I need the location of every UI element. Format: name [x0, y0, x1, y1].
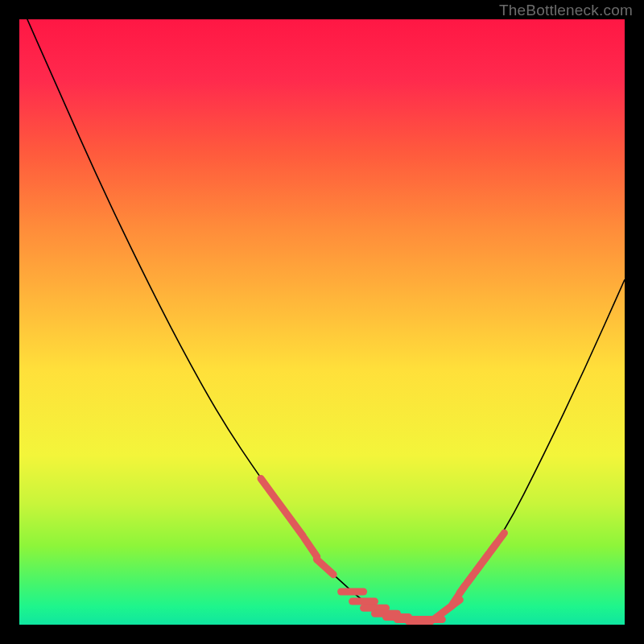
chart-frame: TheBottleneck.com: [0, 0, 644, 644]
watermark-text: TheBottleneck.com: [499, 2, 633, 19]
gradient-background: [19, 19, 625, 625]
